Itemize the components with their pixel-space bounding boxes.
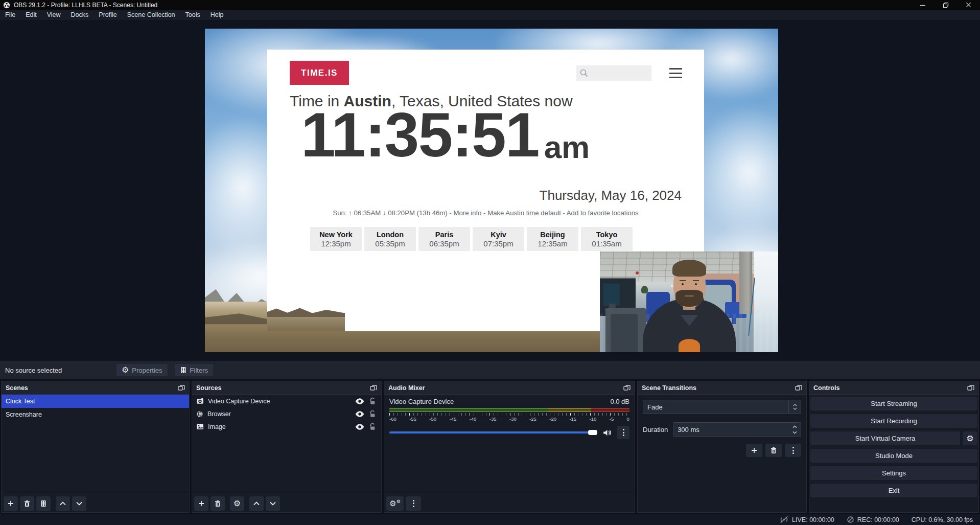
- menu-help[interactable]: Help: [205, 10, 229, 20]
- source-item-video-capture[interactable]: Video Capture Device: [192, 395, 381, 407]
- volume-slider-handle[interactable]: [588, 430, 597, 435]
- mixer-menu-button[interactable]: [406, 496, 421, 511]
- scenes-panel: Scenes Clock Test Screenshare: [1, 381, 190, 513]
- timeis-city-times: New York 12:35pm London 05:35pm Paris 06…: [310, 227, 633, 251]
- studio-mode-button[interactable]: Studio Mode: [810, 449, 977, 463]
- menu-profile[interactable]: Profile: [94, 10, 122, 20]
- add-source-button[interactable]: [194, 496, 208, 511]
- menu-edit[interactable]: Edit: [20, 10, 42, 20]
- lock-icon[interactable]: [369, 410, 376, 418]
- volume-slider[interactable]: [389, 431, 597, 433]
- sep1: -: [481, 209, 487, 217]
- gear-icon: ⚙: [122, 366, 129, 374]
- chevron-up-icon: [792, 425, 797, 428]
- chevron-down-icon: [792, 431, 797, 434]
- menu-view[interactable]: View: [42, 10, 66, 20]
- scene-item-screenshare[interactable]: Screenshare: [2, 408, 189, 421]
- source-item-image[interactable]: Image: [192, 420, 381, 433]
- popout-icon[interactable]: [178, 385, 185, 391]
- speaker-icon[interactable]: [602, 429, 612, 437]
- filters-icon: [40, 500, 47, 507]
- city-newyork: New York 12:35pm: [310, 227, 362, 251]
- city-london: London 05:35pm: [364, 227, 416, 251]
- visibility-eye-icon[interactable]: [355, 410, 365, 418]
- remove-source-button[interactable]: [211, 496, 225, 511]
- kebab-icon: [413, 500, 414, 507]
- minimize-button[interactable]: [911, 0, 934, 10]
- remove-transition-button[interactable]: [765, 444, 782, 457]
- restore-button[interactable]: [934, 0, 957, 10]
- filters-button[interactable]: Filters: [175, 364, 213, 376]
- duration-spinbox[interactable]: 300 ms: [673, 422, 801, 437]
- exit-button[interactable]: Exit: [810, 484, 977, 497]
- city-tokyo: Tokyo 01:35am: [581, 227, 633, 251]
- trash-icon: [214, 500, 221, 507]
- scenes-toolbar: [2, 494, 189, 512]
- scenes-list: Clock Test Screenshare: [2, 395, 189, 421]
- chevron-up-icon: [59, 501, 66, 506]
- city-kyiv: Kyiv 07:35pm: [473, 227, 524, 251]
- menu-file[interactable]: File: [0, 10, 20, 20]
- scene-item-clock-test[interactable]: Clock Test: [2, 395, 189, 408]
- remove-scene-button[interactable]: [20, 496, 34, 511]
- source-item-browser[interactable]: Browser: [192, 407, 381, 420]
- source-move-down-button[interactable]: [266, 496, 280, 511]
- advanced-audio-button[interactable]: ⚙⚙: [386, 496, 404, 511]
- audio-level-db: 0.0 dB: [610, 398, 629, 405]
- scene-move-up-button[interactable]: [56, 496, 70, 511]
- trash-icon: [770, 447, 777, 454]
- visibility-eye-icon[interactable]: [355, 398, 365, 405]
- controls-panel: Controls Start Streaming Start Recording…: [809, 381, 979, 513]
- start-recording-button[interactable]: Start Recording: [810, 414, 977, 428]
- make-default-link: Make Austin time default: [487, 209, 561, 217]
- webcam-video-source[interactable]: [600, 252, 778, 352]
- sources-panel: Sources Video Capture Device Browser Ima…: [192, 381, 382, 513]
- close-button[interactable]: [957, 0, 980, 10]
- virtual-camera-config-button[interactable]: ⚙: [963, 431, 977, 445]
- scene-transitions-header: Scene Transitions: [638, 381, 806, 395]
- clock-ampm: am: [544, 131, 590, 166]
- popout-icon[interactable]: [370, 385, 377, 391]
- popout-icon[interactable]: [795, 385, 802, 391]
- start-virtual-camera-button[interactable]: Start Virtual Camera: [810, 431, 960, 445]
- obs-window: OBS 29.1.2 - Profile: LLHLS BETA - Scene…: [0, 0, 980, 525]
- channel-menu-button[interactable]: [617, 426, 629, 439]
- preview-workspace: TIME.IS Time in Austin, Texas, United St…: [0, 20, 980, 361]
- duration-spinner[interactable]: [788, 425, 801, 434]
- menu-scene-collection[interactable]: Scene Collection: [122, 10, 180, 20]
- live-status: LIVE: 00:00:00: [779, 516, 834, 523]
- scene-transitions-title: Scene Transitions: [642, 384, 696, 392]
- add-transition-button[interactable]: [746, 444, 762, 457]
- audio-mixer-panel: Audio Mixer Video Capture Device 0.0 dB …: [384, 381, 635, 513]
- scene-transitions-panel: Scene Transitions Fade Duration 300 ms: [637, 381, 807, 513]
- popout-icon[interactable]: [623, 385, 631, 391]
- record-inactive-icon: [847, 516, 854, 523]
- popout-icon[interactable]: [967, 385, 974, 391]
- add-scene-button[interactable]: [4, 496, 18, 511]
- lock-icon[interactable]: [369, 397, 376, 405]
- select-spinner[interactable]: [788, 400, 801, 414]
- sep2: -: [561, 209, 567, 217]
- scene-filters-button[interactable]: [36, 496, 51, 511]
- menu-tools[interactable]: Tools: [180, 10, 205, 20]
- source-properties-button[interactable]: ⚙: [230, 496, 244, 511]
- gear-icon: ⚙: [966, 435, 973, 443]
- transition-menu-button[interactable]: [785, 444, 801, 457]
- scene-move-down-button[interactable]: [72, 496, 86, 511]
- globe-icon: [196, 410, 203, 418]
- preview-canvas[interactable]: TIME.IS Time in Austin, Texas, United St…: [205, 29, 778, 352]
- lock-icon[interactable]: [369, 423, 376, 430]
- titlebar: OBS 29.1.2 - Profile: LLHLS BETA - Scene…: [0, 0, 980, 10]
- properties-button[interactable]: ⚙ Properties: [116, 364, 168, 376]
- audio-channel-name: Video Capture Device: [389, 398, 454, 405]
- visibility-eye-icon[interactable]: [355, 423, 365, 430]
- controls-title: Controls: [813, 384, 839, 392]
- start-streaming-button[interactable]: Start Streaming: [810, 397, 977, 410]
- settings-button[interactable]: Settings: [810, 466, 977, 480]
- source-move-up-button[interactable]: [249, 496, 264, 511]
- obs-logo-icon: [3, 2, 10, 9]
- transition-select[interactable]: Fade: [643, 400, 801, 414]
- source-status-text: No source selected: [5, 367, 116, 374]
- sources-toolbar: ⚙: [192, 494, 381, 512]
- menu-docks[interactable]: Docks: [66, 10, 94, 20]
